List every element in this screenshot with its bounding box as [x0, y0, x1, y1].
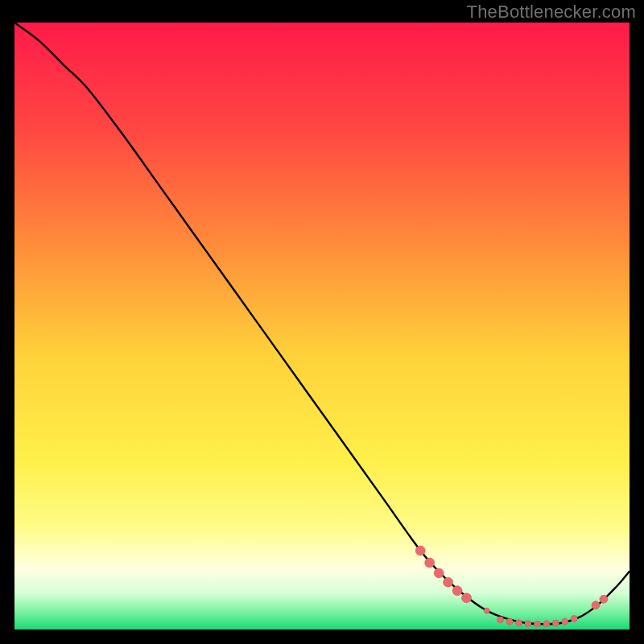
curve-marker [452, 586, 462, 596]
plot-area [14, 23, 630, 630]
curve-marker [552, 620, 559, 626]
curve-marker [571, 615, 577, 621]
curve-marker [562, 618, 568, 625]
curve-marker [462, 593, 472, 603]
curve-marker [534, 621, 540, 627]
curve-marker [444, 577, 453, 587]
curve-marker [484, 608, 489, 613]
curve-marker [592, 601, 600, 609]
curve-marker [515, 620, 522, 626]
curve-marker [525, 621, 531, 627]
attribution-text: TheBottlenecker.com [467, 2, 636, 23]
curve-marker [425, 558, 435, 568]
curve-marker [543, 621, 550, 627]
chart-svg [14, 23, 630, 630]
curve-marker [506, 618, 513, 625]
chart-stage: TheBottlenecker.com [0, 0, 644, 644]
curve-marker [434, 568, 444, 578]
curve-marker [497, 617, 504, 623]
curve-marker [600, 595, 608, 603]
curve-marker [415, 546, 425, 555]
